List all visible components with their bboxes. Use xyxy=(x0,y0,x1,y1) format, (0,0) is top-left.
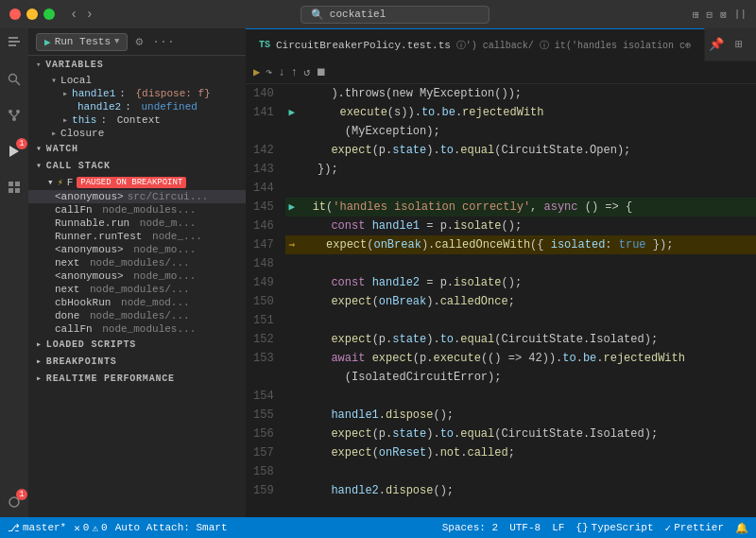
callstack-label: CALL STACK xyxy=(46,161,111,171)
notifications-item[interactable]: 🔔 xyxy=(735,522,748,534)
closure-group[interactable]: ▸ Closure xyxy=(28,127,246,140)
remote-activity-icon[interactable]: 1 xyxy=(3,491,26,513)
realtime-performance-header[interactable]: ▸ REALTIME PERFORMANCE xyxy=(28,370,246,387)
explorer-activity-icon[interactable] xyxy=(3,32,26,55)
callstack-frame-1[interactable]: callFn node_modules... xyxy=(28,203,246,217)
watch-section-header[interactable]: ▾ WATCH xyxy=(28,140,246,157)
maximize-button[interactable] xyxy=(43,9,55,20)
var-handle2[interactable]: handle2 : undefined xyxy=(28,100,246,113)
step-out-button[interactable]: ↑ xyxy=(291,66,298,79)
code-token: handle2 xyxy=(372,273,420,292)
auto-attach-item[interactable]: Auto Attach: Smart xyxy=(115,522,228,533)
split-icon[interactable]: ⊟ xyxy=(707,9,713,21)
code-token: async xyxy=(544,198,578,217)
callstack-frame-0[interactable]: <anonymous> src/Circui... xyxy=(28,190,246,203)
callstack-frame-10[interactable]: callFn node_modules... xyxy=(28,322,246,336)
loaded-scripts-label: LOADED SCRIPTS xyxy=(46,339,136,350)
local-group[interactable]: ▾ Local xyxy=(28,74,246,87)
code-line-148 xyxy=(285,254,756,273)
language-item[interactable]: {} TypeScript xyxy=(576,522,653,533)
layout-icon2[interactable]: ⊠ xyxy=(720,9,727,21)
code-token: rejectedWith xyxy=(604,349,685,368)
svg-rect-12 xyxy=(15,182,20,186)
code-token: handle1 xyxy=(304,406,379,425)
frame-5-name: next xyxy=(55,257,79,269)
frame-3-path: node_... xyxy=(146,231,201,242)
search-bar[interactable]: 🔍 cockatiel xyxy=(301,6,490,24)
search-activity-icon[interactable] xyxy=(3,68,26,91)
sidebar: ▶ Run Tests ▼ ⚙ ··· ▾ VARIABLES ▾ Local … xyxy=(28,28,246,517)
errors-item[interactable]: ✕ 0 ⚠ 0 xyxy=(74,522,107,534)
code-line-140: ).throws(new MyException()); xyxy=(285,84,756,103)
thread-chevron-icon: ▾ xyxy=(47,176,54,188)
run-tests-button[interactable]: ▶ Run Tests ▼ xyxy=(36,33,128,51)
code-token: dispose xyxy=(386,406,433,425)
handle2-value: undefined xyxy=(141,101,197,113)
extensions-activity-icon[interactable] xyxy=(3,176,26,199)
editor-area: TS CircuitBreakerPolicy.test.ts ⓘ') call… xyxy=(246,28,756,517)
variables-section-header[interactable]: ▾ VARIABLES xyxy=(28,56,246,74)
spaces-item[interactable]: Spaces: 2 xyxy=(442,522,498,533)
line-ending-item[interactable]: LF xyxy=(552,522,564,533)
step-over-button[interactable]: ↷ xyxy=(266,65,272,79)
stop-debug-button[interactable]: ⏹ xyxy=(316,65,327,79)
panel-icon[interactable]: || xyxy=(734,9,747,20)
play-arrow-icon: ▶ xyxy=(289,103,296,122)
callstack-frame-3[interactable]: Runner.runTest node_... xyxy=(28,230,246,243)
code-token: ({ xyxy=(530,235,551,254)
loaded-scripts-header[interactable]: ▸ LOADED SCRIPTS xyxy=(28,336,246,353)
code-token: . xyxy=(454,141,460,160)
code-token: equal xyxy=(460,330,494,349)
editor-tabs: TS CircuitBreakerPolicy.test.ts ⓘ') call… xyxy=(246,28,756,61)
code-line-143: }); xyxy=(285,160,756,179)
sidebar-content: ▾ VARIABLES ▾ Local ▸ handle1 : {dispose… xyxy=(28,56,246,517)
code-token: it xyxy=(299,198,326,217)
code-token: ). xyxy=(426,330,439,349)
pin-icon[interactable]: 📌 xyxy=(705,35,728,54)
callstack-frame-8[interactable]: cbHookRun node_mod... xyxy=(28,296,246,309)
git-branch-item[interactable]: ⎇ master* xyxy=(8,522,66,534)
restart-debug-button[interactable]: ↺ xyxy=(303,65,310,79)
continue-button[interactable]: ▶ xyxy=(253,65,260,79)
callstack-thread[interactable]: ▾ ⚡ F PAUSED ON BREAKPOINT xyxy=(28,174,246,190)
nav-back-button[interactable]: ‹ xyxy=(66,5,81,24)
svg-line-4 xyxy=(16,81,21,86)
line-numbers: 1401411421431441451461471481491501511521… xyxy=(246,84,285,517)
callstack-frame-5[interactable]: next node_modules/... xyxy=(28,256,246,269)
callstack-frame-2[interactable]: Runnable.run node_m... xyxy=(28,217,246,230)
close-button[interactable] xyxy=(9,9,21,20)
callstack-frame-4[interactable]: <anonymous> node_mo... xyxy=(28,243,246,256)
thread-label: F xyxy=(67,177,74,188)
code-token: to xyxy=(440,330,454,349)
code-token: . xyxy=(454,425,460,443)
formatter-item[interactable]: ✓ Prettier xyxy=(665,522,724,534)
layout-icon[interactable]: ⊞ xyxy=(693,9,699,21)
scm-activity-icon[interactable] xyxy=(3,104,26,127)
code-token: (() => 42)). xyxy=(481,349,562,368)
var-this[interactable]: ▸ this : Context xyxy=(28,113,246,127)
split-editor-icon[interactable]: ⊞ xyxy=(731,35,747,54)
debug-activity-icon[interactable]: 1 xyxy=(3,140,26,163)
code-editor[interactable]: 1401411421431441451461471481491501511521… xyxy=(246,84,756,517)
active-tab[interactable]: TS CircuitBreakerPolicy.test.ts ⓘ') call… xyxy=(246,28,705,61)
encoding-item[interactable]: UTF-8 xyxy=(509,522,541,533)
minimize-button[interactable] xyxy=(26,9,38,20)
more-icon[interactable]: ··· xyxy=(150,33,176,51)
var-handle1[interactable]: ▸ handle1 : {dispose: f} xyxy=(28,87,246,100)
callstack-section-header[interactable]: ▾ CALL STACK xyxy=(28,157,246,174)
code-token: = p. xyxy=(420,217,454,235)
step-into-button[interactable]: ↓ xyxy=(278,66,284,79)
code-token: state xyxy=(392,425,426,443)
breakpoints-header[interactable]: ▸ BREAKPOINTS xyxy=(28,353,246,370)
frame-0-name: <anonymous> xyxy=(55,191,124,202)
callstack-frame-6[interactable]: <anonymous> node_mo... xyxy=(28,269,246,283)
code-token: to xyxy=(440,141,454,160)
settings-icon[interactable]: ⚙ xyxy=(133,32,145,51)
callstack-frame-7[interactable]: next node_modules/... xyxy=(28,283,246,296)
nav-forward-button[interactable]: › xyxy=(81,5,96,24)
callstack-frame-9[interactable]: done node_modules/... xyxy=(28,309,246,322)
more-actions-icon[interactable]: ··· xyxy=(750,36,756,54)
svg-point-5 xyxy=(9,110,12,113)
code-token: (p. xyxy=(372,425,393,443)
frame-4-path: node_mo... xyxy=(128,244,197,255)
